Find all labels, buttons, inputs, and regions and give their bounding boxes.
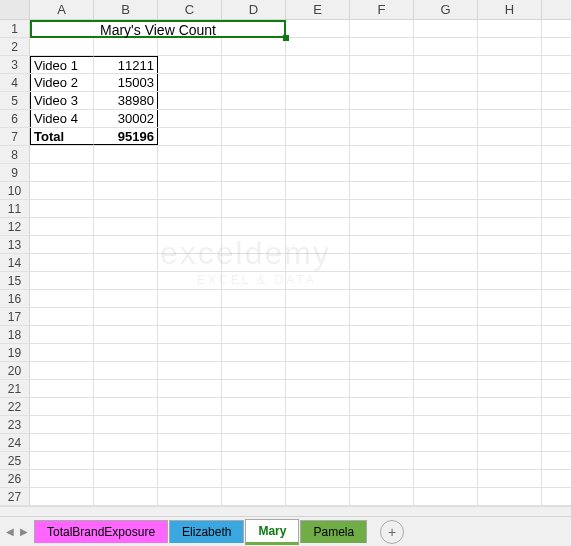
- cell[interactable]: [478, 470, 542, 487]
- cell[interactable]: [30, 272, 94, 289]
- col-header-H[interactable]: H: [478, 0, 542, 19]
- cell[interactable]: [158, 164, 222, 181]
- cell[interactable]: [478, 308, 542, 325]
- cell[interactable]: [350, 290, 414, 307]
- cell[interactable]: [30, 344, 94, 361]
- cell[interactable]: [94, 326, 158, 343]
- cell[interactable]: [158, 398, 222, 415]
- cell[interactable]: [286, 236, 350, 253]
- cell[interactable]: [158, 488, 222, 505]
- cell[interactable]: [94, 38, 158, 55]
- cell[interactable]: [478, 434, 542, 451]
- cell[interactable]: [478, 200, 542, 217]
- cell[interactable]: [350, 326, 414, 343]
- cell[interactable]: [478, 416, 542, 433]
- cell[interactable]: [478, 344, 542, 361]
- cell[interactable]: [222, 92, 286, 109]
- row-header[interactable]: 7: [0, 128, 30, 145]
- cell[interactable]: [286, 110, 350, 127]
- cell[interactable]: [414, 56, 478, 73]
- cell[interactable]: [414, 92, 478, 109]
- cell[interactable]: [350, 56, 414, 73]
- cell[interactable]: [158, 92, 222, 109]
- cell[interactable]: [414, 74, 478, 91]
- cell[interactable]: [94, 416, 158, 433]
- cell[interactable]: [222, 236, 286, 253]
- sheet-tab-elizabeth[interactable]: Elizabeth: [169, 520, 244, 543]
- cell[interactable]: 95196: [94, 128, 158, 145]
- cell[interactable]: [286, 146, 350, 163]
- row-header[interactable]: 13: [0, 236, 30, 253]
- cell[interactable]: [222, 164, 286, 181]
- cell[interactable]: [478, 146, 542, 163]
- cell[interactable]: [158, 128, 222, 145]
- cell[interactable]: [286, 308, 350, 325]
- cell[interactable]: [350, 380, 414, 397]
- cell[interactable]: [222, 218, 286, 235]
- row-header[interactable]: 14: [0, 254, 30, 271]
- cell[interactable]: [94, 434, 158, 451]
- row-header[interactable]: 10: [0, 182, 30, 199]
- cell[interactable]: [286, 182, 350, 199]
- cell[interactable]: [286, 272, 350, 289]
- cell[interactable]: [158, 56, 222, 73]
- row-header[interactable]: 5: [0, 92, 30, 109]
- cell[interactable]: [222, 254, 286, 271]
- cell[interactable]: [286, 218, 350, 235]
- cell[interactable]: [286, 434, 350, 451]
- cell[interactable]: [158, 470, 222, 487]
- cell[interactable]: [94, 488, 158, 505]
- cell[interactable]: [94, 218, 158, 235]
- cell[interactable]: [350, 128, 414, 145]
- cell[interactable]: [478, 254, 542, 271]
- cell[interactable]: [30, 236, 94, 253]
- cell[interactable]: [350, 308, 414, 325]
- cell[interactable]: [350, 146, 414, 163]
- row-header[interactable]: 1: [0, 20, 30, 37]
- cell[interactable]: Video 2: [30, 74, 94, 91]
- cell[interactable]: [414, 218, 478, 235]
- cell[interactable]: [478, 380, 542, 397]
- cell[interactable]: [158, 452, 222, 469]
- cell[interactable]: [94, 182, 158, 199]
- cell[interactable]: [350, 218, 414, 235]
- cell[interactable]: [30, 308, 94, 325]
- cell[interactable]: [94, 398, 158, 415]
- spreadsheet-grid[interactable]: A B C D E F G H Mary's View Count 123Vid…: [0, 0, 571, 508]
- cell[interactable]: [478, 218, 542, 235]
- cell[interactable]: [414, 452, 478, 469]
- cell[interactable]: [286, 56, 350, 73]
- cell[interactable]: [222, 326, 286, 343]
- col-header-F[interactable]: F: [350, 0, 414, 19]
- cell[interactable]: [158, 344, 222, 361]
- cell[interactable]: [414, 128, 478, 145]
- cell[interactable]: 15003: [94, 74, 158, 91]
- cell[interactable]: [414, 308, 478, 325]
- cell[interactable]: [350, 200, 414, 217]
- cell[interactable]: [286, 20, 350, 37]
- cell[interactable]: [94, 308, 158, 325]
- cell[interactable]: [478, 110, 542, 127]
- cell[interactable]: [350, 38, 414, 55]
- cell[interactable]: [158, 236, 222, 253]
- cell[interactable]: [414, 290, 478, 307]
- row-header[interactable]: 17: [0, 308, 30, 325]
- cell[interactable]: [350, 272, 414, 289]
- cell[interactable]: [158, 218, 222, 235]
- tab-nav-prev-icon[interactable]: ◀: [4, 524, 16, 540]
- row-header[interactable]: 26: [0, 470, 30, 487]
- cell[interactable]: Total: [30, 128, 94, 145]
- cell[interactable]: [94, 344, 158, 361]
- cell[interactable]: [286, 362, 350, 379]
- cell[interactable]: [222, 146, 286, 163]
- cell[interactable]: [94, 452, 158, 469]
- cell[interactable]: [414, 398, 478, 415]
- cell[interactable]: Video 4: [30, 110, 94, 127]
- cell[interactable]: [286, 380, 350, 397]
- cell[interactable]: [414, 380, 478, 397]
- cell[interactable]: [478, 452, 542, 469]
- cell[interactable]: [286, 164, 350, 181]
- cell[interactable]: [478, 20, 542, 37]
- cell[interactable]: [350, 470, 414, 487]
- cell[interactable]: [94, 164, 158, 181]
